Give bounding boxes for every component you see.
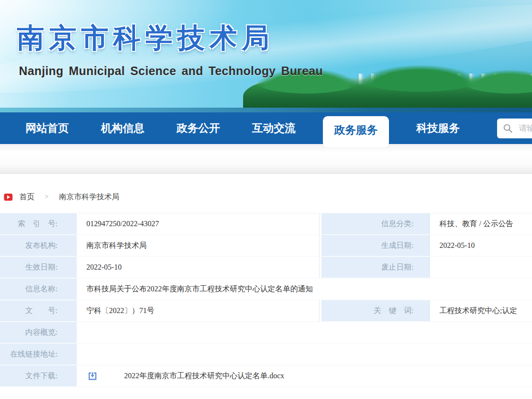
label-effect-date: 生效日期: [0,257,77,279]
value-gen-date: 2022-05-10 [430,235,532,257]
download-icon[interactable] [87,371,98,381]
breadcrumb-separator: > [45,193,49,201]
main-navbar: 网站首页 机构信息 政务公开 互动交流 政务服务 科技服务 [0,112,532,144]
site-title-chinese: 南京市科学技术局 [17,20,274,57]
label-info-name: 信息名称: [0,279,77,300]
search-input[interactable] [519,124,532,133]
navbar-items: 网站首页 机构信息 政务公开 互动交流 政务服务 科技服务 [0,112,532,144]
value-keywords: 工程技术研究中心;认定 [430,300,532,322]
value-online-link [77,344,532,365]
nav-item-gov-services-active[interactable]: 政务服务 [323,116,389,147]
search-box[interactable] [497,119,532,138]
label-abolish-date: 废止日期: [320,257,430,279]
label-keywords: 关 键 词: [320,300,430,322]
label-content-overview: 内容概览: [0,322,77,344]
value-info-class: 科技、教育 / 公示公告 [430,213,532,235]
label-doc-no: 文 号: [0,300,77,322]
download-file-link[interactable]: 2022年度南京市工程技术研究中心认定名单.docx [124,371,284,381]
value-index-no: 012947250/2022-43027 [77,213,320,235]
label-index-no: 索 引 号: [0,213,77,235]
nav-item-interaction[interactable]: 互动交流 [247,112,300,144]
header-banner: 南京市科学技术局 Nanjing Municipal Science and T… [0,0,532,112]
nav-item-home[interactable]: 网站首页 [21,112,74,144]
breadcrumb-home-link[interactable]: 首页 [19,192,34,202]
nav-item-tech-services[interactable]: 科技服务 [412,112,464,144]
value-content-overview [77,322,532,344]
label-publisher: 发布机构: [0,235,77,257]
info-table: 索 引 号: 012947250/2022-43027 信息分类: 科技、教育 … [0,213,532,387]
value-file-download: 2022年度南京市工程技术研究中心认定名单.docx [77,365,532,387]
label-gen-date: 生成日期: [320,235,430,257]
nav-item-gov-disclosure[interactable]: 政务公开 [172,112,225,144]
value-info-name: 市科技局关于公布2022年度南京市工程技术研究中心认定名单的通知 [77,279,532,300]
label-online-link: 在线链接地址: [0,344,77,365]
site-title-english: Nanjing Municipal Science and Technology… [19,64,323,78]
nav-item-org-info[interactable]: 机构信息 [96,112,149,144]
label-info-class: 信息分类: [320,213,430,235]
value-abolish-date [430,257,532,279]
banner-tree-blob [359,65,481,92]
breadcrumb: 首页 > 南京市科学技术局 [4,192,532,202]
label-file-download: 文件下载: [0,365,77,387]
subnav-strip [0,144,532,174]
breadcrumb-marker-icon [4,193,13,201]
breadcrumb-current-page: 南京市科学技术局 [59,192,119,202]
value-doc-no: 宁科〔2022〕）71号 [77,300,320,322]
search-icon[interactable] [503,123,513,134]
banner-water-strip [0,108,532,112]
value-publisher: 南京市科学技术局 [77,235,320,257]
value-effect-date: 2022-05-10 [77,257,320,279]
